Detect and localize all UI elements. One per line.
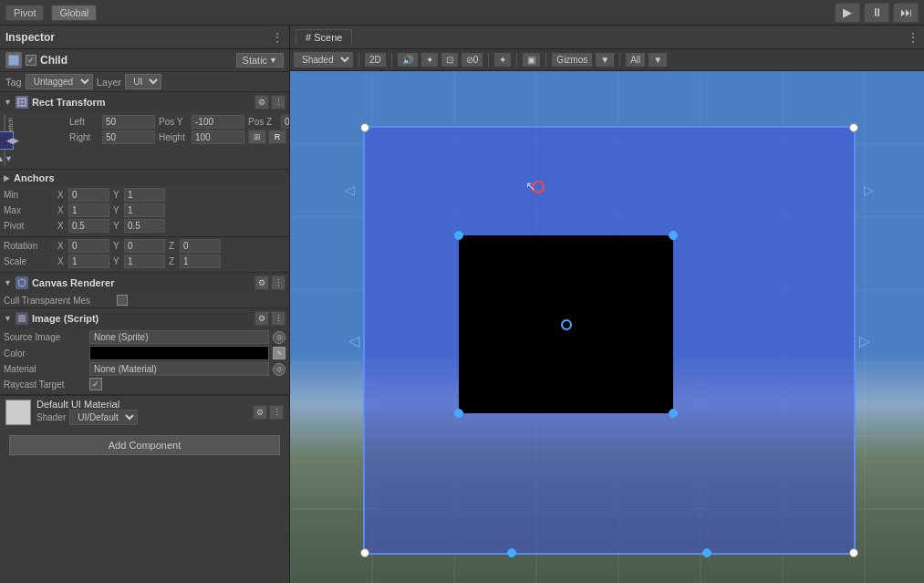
scale-z-input[interactable]: [180, 255, 221, 268]
arrow-left[interactable]: ◁: [348, 332, 359, 349]
left-input[interactable]: [102, 115, 155, 129]
img-handle-bl[interactable]: [454, 409, 463, 418]
shaded-dropdown[interactable]: Shaded: [294, 52, 353, 68]
gizmos-arrow[interactable]: ▼: [596, 53, 614, 67]
hidden-button[interactable]: ⊡: [441, 53, 458, 67]
all-button[interactable]: All: [626, 53, 645, 67]
color-label: Color: [4, 349, 86, 359]
scale-x-label: X: [57, 256, 67, 266]
material-picker[interactable]: ◎: [273, 363, 286, 376]
anchor-visualizer[interactable]: stretch ◀▶ ▲▼: [4, 115, 5, 166]
arrow-right[interactable]: ▷: [859, 332, 870, 349]
img-handle-tr[interactable]: [669, 231, 678, 240]
static-button[interactable]: Static ▼: [236, 53, 284, 68]
raycast-checkbox[interactable]: [89, 378, 102, 390]
active-checkbox[interactable]: [26, 55, 36, 66]
max-y-input[interactable]: [124, 203, 165, 217]
max-x-field: X: [57, 203, 109, 217]
posy-input[interactable]: [192, 115, 244, 129]
gizmo-settings-button[interactable]: ✦: [494, 53, 511, 67]
cr-more-icon[interactable]: ⋮: [271, 276, 286, 290]
play-button[interactable]: ▶: [835, 3, 860, 23]
corner-handle-br[interactable]: [849, 548, 858, 557]
2d-button[interactable]: 2D: [365, 53, 386, 67]
scale-y-input[interactable]: [124, 255, 165, 268]
aspect-button[interactable]: ▣: [523, 53, 540, 67]
add-component-row: Add Component: [0, 428, 289, 463]
inspector-menu[interactable]: ⋮: [271, 30, 284, 45]
image-center-dot: [561, 319, 572, 330]
inspector-title: Inspector: [5, 31, 271, 44]
layer-select[interactable]: UI: [125, 74, 161, 89]
pause-button[interactable]: ⏸: [864, 3, 889, 23]
scene-panel: # Scene ⋮ Shaded 2D 🔊 ✦ ⊡ ⊘0 ✦ ▣ Gizmos …: [290, 26, 924, 583]
corner-handle-tl[interactable]: [360, 123, 369, 132]
pivot-button[interactable]: Pivot: [5, 5, 44, 21]
canvas-renderer-section: ▼ Canvas Renderer ⚙ ⋮ Cull Transparent M…: [0, 273, 289, 308]
height-input[interactable]: [192, 130, 244, 144]
material-label: Material: [4, 364, 86, 374]
tag-label: Tag: [5, 77, 22, 88]
pivot-row: Pivot X Y: [4, 219, 286, 233]
anchors-header[interactable]: ▶ Anchors: [0, 170, 289, 186]
pivot-y-input[interactable]: [124, 219, 165, 233]
all-arrow[interactable]: ▼: [649, 53, 667, 67]
corner-handle-tr[interactable]: [849, 123, 858, 132]
rt-settings-icon[interactable]: ⚙: [254, 95, 269, 109]
mat-more-icon[interactable]: ⋮: [269, 405, 284, 420]
rt-r-icon[interactable]: R: [268, 130, 286, 144]
source-image-picker[interactable]: ◎: [273, 331, 286, 344]
mat-settings-icon[interactable]: ⚙: [253, 405, 267, 420]
effects-button[interactable]: ✦: [421, 53, 438, 67]
scene-tab[interactable]: # Scene: [296, 29, 352, 46]
scale-y-label: Y: [113, 256, 122, 266]
corner-handle-bl[interactable]: [360, 548, 369, 557]
image-header[interactable]: ▼ Image (Script) ⚙ ⋮: [0, 308, 289, 328]
pivot-x-input[interactable]: [68, 219, 109, 233]
audio-button[interactable]: 🔊: [398, 53, 418, 67]
color-swatch[interactable]: [89, 346, 269, 360]
step-button[interactable]: ⏭: [893, 3, 919, 23]
rotation-y-input[interactable]: [124, 239, 165, 253]
right-input[interactable]: [102, 130, 155, 144]
scene-menu[interactable]: ⋮: [908, 31, 919, 44]
arrow-topright[interactable]: ▷: [864, 182, 874, 197]
global-button[interactable]: Global: [51, 5, 97, 21]
img-settings-icon[interactable]: ⚙: [254, 311, 269, 326]
toolbar-sep-6: [619, 53, 620, 68]
shader-select[interactable]: UI/Default: [69, 410, 138, 425]
toolbar-sep-1: [358, 53, 359, 68]
cull-checkbox[interactable]: [117, 295, 128, 306]
posz-input[interactable]: [281, 115, 290, 129]
rotation-z-input[interactable]: [180, 239, 221, 253]
color-picker-btn[interactable]: ✎: [273, 347, 286, 359]
rt-more-icon[interactable]: ⋮: [271, 95, 286, 109]
min-x-input[interactable]: [68, 188, 109, 202]
rotation-x-input[interactable]: [68, 239, 109, 253]
pivot-xy: X Y: [57, 219, 165, 233]
object-icon: [5, 52, 22, 68]
min-y-field: Y: [113, 188, 165, 202]
max-x-input[interactable]: [68, 203, 109, 217]
rt-blueprint-icon[interactable]: ⊞: [248, 130, 266, 144]
canvas-renderer-header[interactable]: ▼ Canvas Renderer ⚙ ⋮: [0, 273, 289, 293]
zero-button[interactable]: ⊘0: [462, 53, 483, 67]
scene-viewport[interactable]: ◁ ▷ ◁ ▷: [290, 71, 924, 583]
static-dropdown-arrow[interactable]: ▼: [269, 56, 277, 65]
rect-transform-header[interactable]: ▼ Rect Transform ⚙ ⋮: [0, 92, 289, 112]
tag-select[interactable]: Untagged: [26, 74, 93, 89]
mid-handle-br[interactable]: [702, 548, 711, 557]
img-more-icon[interactable]: ⋮: [271, 311, 286, 326]
cr-settings-icon[interactable]: ⚙: [254, 276, 269, 290]
img-handle-tl[interactable]: [454, 231, 463, 240]
img-handle-br[interactable]: [669, 409, 678, 418]
image-script-section: ▼ Image (Script) ⚙ ⋮ Source Image None (…: [0, 308, 289, 395]
gizmos-button[interactable]: Gizmos: [552, 53, 592, 67]
mid-handle-bl[interactable]: [507, 548, 516, 557]
rt-row-right-height: Right Height ⊞ R: [69, 130, 290, 144]
min-y-input[interactable]: [124, 188, 165, 202]
max-label: Max: [4, 205, 54, 215]
add-component-button[interactable]: Add Component: [9, 435, 280, 455]
scale-x-input[interactable]: [68, 255, 109, 268]
arrow-topleft[interactable]: ◁: [345, 182, 355, 197]
